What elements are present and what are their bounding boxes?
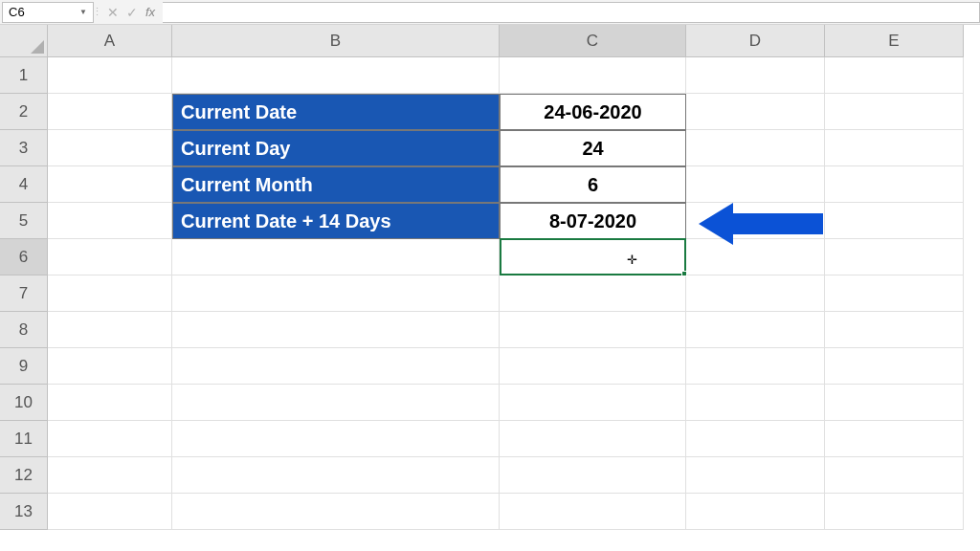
cell-e6[interactable] <box>825 239 964 276</box>
cell-d9[interactable] <box>686 348 825 385</box>
cell-d1[interactable] <box>686 57 825 94</box>
cell-d10[interactable] <box>686 385 825 421</box>
cell-e9[interactable] <box>825 348 964 385</box>
row-headers: 1 2 3 4 5 6 7 8 9 10 11 12 13 <box>0 57 48 530</box>
cell-a7[interactable] <box>48 276 172 312</box>
cell-c8[interactable] <box>500 312 686 348</box>
cell-e13[interactable] <box>825 494 964 530</box>
row-header-11[interactable]: 11 <box>0 421 48 457</box>
name-box-dropdown-icon[interactable]: ▼ <box>79 8 87 16</box>
grid-row-4: Current Month 6 <box>48 166 964 203</box>
cell-a10[interactable] <box>48 385 172 421</box>
name-box[interactable]: C6 ▼ <box>2 2 94 23</box>
column-header-b[interactable]: B <box>172 25 500 57</box>
cell-b7[interactable] <box>172 276 500 312</box>
grid-row-2: Current Date 24-06-2020 <box>48 94 964 130</box>
row-header-7[interactable]: 7 <box>0 276 48 312</box>
row-header-12[interactable]: 12 <box>0 457 48 494</box>
cell-e4[interactable] <box>825 166 964 203</box>
cell-b1[interactable] <box>172 57 500 94</box>
cell-a13[interactable] <box>48 494 172 530</box>
cell-d8[interactable] <box>686 312 825 348</box>
grid-row-11 <box>48 421 964 457</box>
row-header-10[interactable]: 10 <box>0 385 48 421</box>
cell-e8[interactable] <box>825 312 964 348</box>
row-header-4[interactable]: 4 <box>0 166 48 203</box>
cell-c9[interactable] <box>500 348 686 385</box>
cell-c13[interactable] <box>500 494 686 530</box>
cell-c6[interactable] <box>500 239 686 276</box>
cell-e10[interactable] <box>825 385 964 421</box>
cell-b6[interactable] <box>172 239 500 276</box>
select-all-corner[interactable] <box>0 25 48 57</box>
cell-b9[interactable] <box>172 348 500 385</box>
row-header-1[interactable]: 1 <box>0 57 48 94</box>
grid-row-3: Current Day 24 <box>48 130 964 166</box>
cell-e1[interactable] <box>825 57 964 94</box>
cell-c3[interactable]: 24 <box>500 130 686 166</box>
row-header-13[interactable]: 13 <box>0 494 48 530</box>
grid-row-5: Current Date + 14 Days 8-07-2020 <box>48 203 964 239</box>
cell-d11[interactable] <box>686 421 825 457</box>
row-header-8[interactable]: 8 <box>0 312 48 348</box>
cell-b3[interactable]: Current Day <box>172 130 500 166</box>
cell-c12[interactable] <box>500 457 686 494</box>
cell-b10[interactable] <box>172 385 500 421</box>
cell-c7[interactable] <box>500 276 686 312</box>
column-header-c[interactable]: C <box>500 25 686 57</box>
cell-b8[interactable] <box>172 312 500 348</box>
cell-e3[interactable] <box>825 130 964 166</box>
cell-a9[interactable] <box>48 348 172 385</box>
cell-e2[interactable] <box>825 94 964 130</box>
cell-b5[interactable]: Current Date + 14 Days <box>172 203 500 239</box>
grid-row-13 <box>48 494 964 530</box>
cell-e11[interactable] <box>825 421 964 457</box>
grid-row-8 <box>48 312 964 348</box>
cell-d13[interactable] <box>686 494 825 530</box>
cell-b2[interactable]: Current Date <box>172 94 500 130</box>
cell-b12[interactable] <box>172 457 500 494</box>
cell-e12[interactable] <box>825 457 964 494</box>
cell-a4[interactable] <box>48 166 172 203</box>
cell-c11[interactable] <box>500 421 686 457</box>
row-header-5[interactable]: 5 <box>0 203 48 239</box>
formula-bar: C6 ▼ ⋮ ✕ ✓ fx <box>0 0 980 25</box>
cell-a11[interactable] <box>48 421 172 457</box>
grid-row-12 <box>48 457 964 494</box>
cell-a12[interactable] <box>48 457 172 494</box>
row-header-6[interactable]: 6 <box>0 239 48 276</box>
cell-a3[interactable] <box>48 130 172 166</box>
row-header-3[interactable]: 3 <box>0 130 48 166</box>
cell-d3[interactable] <box>686 130 825 166</box>
cell-a5[interactable] <box>48 203 172 239</box>
fx-icon[interactable]: fx <box>145 5 155 19</box>
cell-d12[interactable] <box>686 457 825 494</box>
cell-a6[interactable] <box>48 239 172 276</box>
cell-a8[interactable] <box>48 312 172 348</box>
row-header-9[interactable]: 9 <box>0 348 48 385</box>
cell-c4[interactable]: 6 <box>500 166 686 203</box>
column-header-d[interactable]: D <box>686 25 825 57</box>
column-header-a[interactable]: A <box>48 25 172 57</box>
formula-input[interactable] <box>163 2 980 23</box>
cell-e5[interactable] <box>825 203 964 239</box>
cell-b4[interactable]: Current Month <box>172 166 500 203</box>
cell-d4[interactable] <box>686 166 825 203</box>
cell-c2[interactable]: 24-06-2020 <box>500 94 686 130</box>
row-header-2[interactable]: 2 <box>0 94 48 130</box>
cell-c1[interactable] <box>500 57 686 94</box>
cell-a1[interactable] <box>48 57 172 94</box>
cell-c5[interactable]: 8-07-2020 <box>500 203 686 239</box>
enter-icon: ✓ <box>126 5 138 20</box>
grid-row-1 <box>48 57 964 94</box>
column-header-e[interactable]: E <box>825 25 964 57</box>
cell-b11[interactable] <box>172 421 500 457</box>
cell-a2[interactable] <box>48 94 172 130</box>
cell-d7[interactable] <box>686 276 825 312</box>
cell-c10[interactable] <box>500 385 686 421</box>
column-headers: A B C D E <box>48 25 964 57</box>
cell-d2[interactable] <box>686 94 825 130</box>
cell-b13[interactable] <box>172 494 500 530</box>
grid-row-9 <box>48 348 964 385</box>
cell-e7[interactable] <box>825 276 964 312</box>
